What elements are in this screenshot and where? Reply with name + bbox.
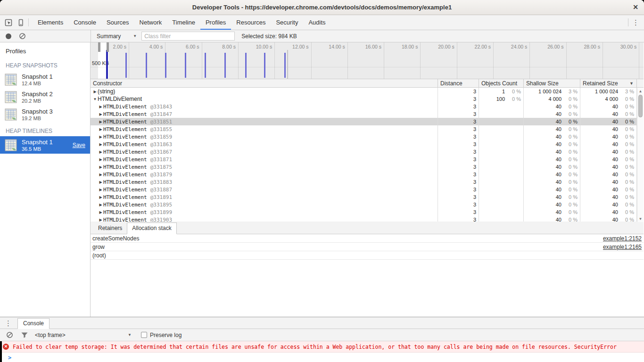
tab-audits[interactable]: Audits — [303, 15, 330, 30]
scrollbar-thumb[interactable] — [638, 95, 643, 117]
table-row[interactable]: ▼HTMLDivElement31000 %4 0000 %4 0000 % — [91, 95, 637, 103]
tab-sources[interactable]: Sources — [101, 15, 134, 30]
overview-right-grip-handle[interactable] — [107, 42, 109, 52]
stack-frame-source-link[interactable]: example1:2152 — [603, 235, 642, 242]
row-indent: ▶HTMLDivElement@331855 — [98, 126, 172, 132]
table-scrollbar[interactable]: ▲ ▼ — [637, 88, 644, 222]
table-row[interactable]: ▶HTMLDivElement@3318993400 %400 % — [91, 208, 637, 216]
table-row[interactable]: ▶HTMLDivElement@3318433400 %400 % — [91, 103, 637, 110]
column-header-retained-size[interactable]: Retained Size ▼ — [580, 79, 637, 87]
detail-tab-retainers[interactable]: Retainers — [93, 223, 127, 234]
execution-context-select[interactable]: <top frame> ▼ — [35, 332, 132, 338]
collapsed-arrow-icon[interactable]: ▶ — [98, 180, 103, 184]
cell-shallow-size-percent: 0 % — [561, 209, 578, 215]
clear-icon[interactable] — [19, 33, 26, 40]
preserve-log-checkbox[interactable] — [141, 332, 147, 338]
collapsed-arrow-icon[interactable]: ▶ — [98, 157, 103, 162]
close-icon[interactable]: ✕ — [633, 3, 638, 11]
profile-item[interactable]: %Snapshot 319.2 MB — [0, 106, 90, 123]
table-row[interactable]: ▶HTMLDivElement@3318633400 %400 % — [91, 140, 637, 148]
collapsed-arrow-icon[interactable]: ▶ — [98, 210, 103, 214]
scroll-up-icon[interactable]: ▲ — [637, 89, 644, 93]
table-row[interactable]: ▶HTMLDivElement@3318753400 %400 % — [91, 163, 637, 171]
distance-value: 3 — [438, 179, 476, 185]
table-row[interactable]: ▶HTMLDivElement@3318673400 %400 % — [91, 148, 637, 156]
console-menu-kebab-icon[interactable]: ⋮ — [5, 320, 12, 327]
collapsed-arrow-icon[interactable]: ▶ — [98, 203, 103, 207]
column-header-distance[interactable]: Distance — [438, 79, 479, 87]
main-tab-strip: ElementsConsoleSourcesNetworkTimelinePro… — [0, 15, 644, 30]
table-row[interactable]: ▶HTMLDivElement@3318833400 %400 % — [91, 178, 637, 186]
console-filter-icon[interactable] — [21, 332, 28, 338]
cell-shallow-size-percent: 0 % — [561, 202, 578, 207]
profile-item[interactable]: %Snapshot 112.4 MB — [0, 71, 90, 88]
constructor-name: HTMLDivElement — [103, 172, 147, 178]
console-prompt[interactable]: > — [0, 353, 644, 362]
detail-tab-allocation-stack[interactable]: Allocation stack — [127, 222, 176, 234]
table-row[interactable]: ▶HTMLDivElement@3318553400 %400 % — [91, 125, 637, 133]
table-row[interactable]: ▶HTMLDivElement@3318593400 %400 % — [91, 133, 637, 140]
table-row[interactable]: ▶HTMLDivElement@3319033400 %400 % — [91, 216, 637, 222]
collapsed-arrow-icon[interactable]: ▶ — [98, 195, 103, 199]
tab-timeline[interactable]: Timeline — [167, 15, 200, 30]
cell-objects-count — [479, 171, 524, 178]
cell-constructor: ▶HTMLDivElement@331895 — [91, 201, 438, 208]
table-row[interactable]: ▶HTMLDivElement@3318793400 %400 % — [91, 171, 637, 178]
stack-frame-function: grow — [92, 244, 105, 250]
collapsed-arrow-icon[interactable]: ▶ — [98, 173, 103, 177]
record-icon[interactable] — [6, 33, 11, 39]
collapsed-arrow-icon[interactable]: ▶ — [98, 142, 103, 147]
main-menu-kebab-icon[interactable]: ⋮ — [632, 19, 639, 26]
console-tab[interactable]: Console — [17, 318, 50, 329]
table-row[interactable]: ▶HTMLDivElement@3318713400 %400 % — [91, 156, 637, 163]
collapsed-arrow-icon[interactable]: ▶ — [98, 135, 103, 139]
cell-retained-size-value: 40 — [580, 141, 618, 147]
scroll-down-icon[interactable]: ▼ — [637, 217, 644, 221]
table-row[interactable]: ▶HTMLDivElement@3318873400 %400 % — [91, 186, 637, 193]
sidebar-title: Profiles — [0, 42, 90, 58]
collapsed-arrow-icon[interactable]: ▶ — [98, 112, 103, 116]
table-row[interactable]: ▶HTMLDivElement@3318953400 %400 % — [91, 201, 637, 208]
collapsed-arrow-icon[interactable]: ▶ — [98, 150, 103, 154]
tab-console[interactable]: Console — [68, 15, 101, 30]
save-link[interactable]: Save — [73, 142, 85, 148]
console-clear-icon[interactable] — [6, 331, 13, 338]
profile-item-selected[interactable]: %Snapshot 136.5 MBSave — [0, 136, 90, 154]
column-header-objects-count[interactable]: Objects Count — [479, 79, 524, 87]
collapsed-arrow-icon[interactable]: ▶ — [92, 90, 98, 94]
tab-security[interactable]: Security — [271, 15, 303, 30]
memory-overview-timeline[interactable]: 2.00 s4.00 s6.00 s8.00 s10.00 s12.00 s14… — [91, 42, 644, 79]
constructor-name: HTMLDivElement — [103, 149, 147, 155]
tab-elements[interactable]: Elements — [33, 15, 68, 30]
table-row[interactable]: ▶HTMLDivElement@3318513400 %400 % — [91, 118, 637, 125]
overview-left-grip-handle[interactable] — [98, 42, 100, 52]
detail-tab-strip: RetainersAllocation stack — [91, 222, 644, 234]
profile-item-size: 20.2 MB — [22, 98, 53, 104]
stack-frame-source-link[interactable]: example1:2165 — [603, 244, 642, 250]
perspective-select[interactable]: Summary ▼ — [97, 33, 137, 40]
cell-objects-count — [479, 110, 524, 118]
tab-network[interactable]: Network — [134, 15, 167, 30]
tab-resources[interactable]: Resources — [231, 15, 271, 30]
object-id: @331875 — [150, 164, 172, 170]
tab-profiles[interactable]: Profiles — [200, 15, 231, 30]
column-header-shallow-size[interactable]: Shallow Size — [524, 79, 580, 87]
collapsed-arrow-icon[interactable]: ▶ — [98, 105, 103, 109]
collapsed-arrow-icon[interactable]: ▶ — [98, 127, 103, 132]
cell-distance: 3 — [438, 88, 479, 95]
device-mode-icon[interactable] — [17, 19, 25, 26]
table-row[interactable]: ▶HTMLDivElement@3318913400 %400 % — [91, 193, 637, 201]
object-id: @331847 — [150, 111, 172, 117]
collapsed-arrow-icon[interactable]: ▶ — [98, 188, 103, 192]
cell-shallow-size-percent: 0 % — [561, 149, 578, 155]
collapsed-arrow-icon[interactable]: ▶ — [98, 165, 103, 169]
class-filter-input[interactable] — [141, 32, 235, 41]
expanded-arrow-icon[interactable]: ▼ — [92, 97, 98, 101]
inspect-element-icon[interactable] — [5, 19, 12, 26]
table-row[interactable]: ▶(string)310 %1 000 0243 %1 000 0243 % — [91, 88, 637, 95]
collapsed-arrow-icon[interactable]: ▶ — [98, 218, 103, 222]
column-header-constructor[interactable]: Constructor — [91, 79, 438, 87]
table-row[interactable]: ▶HTMLDivElement@3318473400 %400 % — [91, 110, 637, 118]
profile-item[interactable]: %Snapshot 220.2 MB — [0, 88, 90, 106]
collapsed-arrow-icon[interactable]: ▶ — [98, 120, 103, 124]
